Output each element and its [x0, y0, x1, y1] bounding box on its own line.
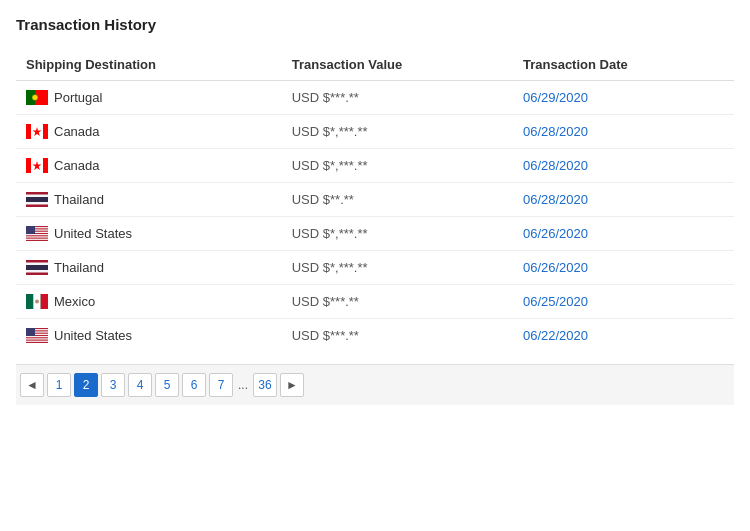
svg-rect-33: [26, 341, 48, 342]
country-name: Thailand: [54, 192, 104, 207]
destination-cell: Thailand: [16, 183, 282, 217]
page-title: Transaction History: [16, 16, 734, 33]
flag-us-icon: [26, 226, 48, 241]
svg-rect-31: [26, 336, 48, 337]
page-6-button[interactable]: 6: [182, 373, 206, 397]
table-row: PortugalUSD $***.**06/29/2020: [16, 81, 734, 115]
flag-th-icon: [26, 192, 48, 207]
flag-us-icon: [26, 328, 48, 343]
flag-ca-icon: [26, 158, 48, 173]
value-cell: USD $**.**: [282, 183, 513, 217]
svg-rect-34: [26, 328, 35, 336]
table-header-row: Shipping Destination Transaction Value T…: [16, 49, 734, 81]
next-page-button[interactable]: ►: [280, 373, 304, 397]
page-last-button[interactable]: 36: [253, 373, 277, 397]
date-cell: 06/28/2020: [513, 149, 734, 183]
table-row: ThailandUSD $*,***.**06/26/2020: [16, 251, 734, 285]
table-row: CanadaUSD $*,***.**06/28/2020: [16, 115, 734, 149]
col-date: Transaction Date: [513, 49, 734, 81]
destination-cell: Canada: [16, 149, 282, 183]
svg-point-2: [32, 95, 38, 101]
table-row: MexicoUSD $***.**06/25/2020: [16, 285, 734, 319]
table-row: CanadaUSD $*,***.**06/28/2020: [16, 149, 734, 183]
svg-point-26: [35, 300, 39, 304]
page-4-button[interactable]: 4: [128, 373, 152, 397]
svg-rect-22: [26, 265, 48, 270]
country-name: United States: [54, 226, 132, 241]
flag-mx-icon: [26, 294, 48, 309]
destination-cell: Canada: [16, 115, 282, 149]
svg-rect-16: [26, 234, 48, 235]
table-row: United StatesUSD $***.**06/22/2020: [16, 319, 734, 353]
date-cell: 06/25/2020: [513, 285, 734, 319]
value-cell: USD $*,***.**: [282, 251, 513, 285]
svg-rect-17: [26, 236, 48, 237]
date-cell: 06/28/2020: [513, 183, 734, 217]
date-cell: 06/26/2020: [513, 251, 734, 285]
svg-rect-18: [26, 239, 48, 240]
destination-cell: Mexico: [16, 285, 282, 319]
svg-rect-11: [26, 197, 48, 202]
destination-cell: Thailand: [16, 251, 282, 285]
value-cell: USD $*,***.**: [282, 149, 513, 183]
page-5-button[interactable]: 5: [155, 373, 179, 397]
svg-rect-25: [41, 294, 48, 309]
value-cell: USD $***.**: [282, 81, 513, 115]
flag-pt-icon: [26, 90, 48, 105]
destination-cell: United States: [16, 217, 282, 251]
value-cell: USD $***.**: [282, 285, 513, 319]
svg-rect-32: [26, 338, 48, 339]
country-name: Thailand: [54, 260, 104, 275]
page-1-button[interactable]: 1: [47, 373, 71, 397]
destination-cell: United States: [16, 319, 282, 353]
country-name: Mexico: [54, 294, 95, 309]
prev-page-button[interactable]: ◄: [20, 373, 44, 397]
col-destination: Shipping Destination: [16, 49, 282, 81]
date-cell: 06/26/2020: [513, 217, 734, 251]
country-name: Portugal: [54, 90, 102, 105]
svg-rect-19: [26, 226, 35, 234]
pagination: ◄ 1 2 3 4 5 6 7 ... 36 ►: [16, 364, 734, 405]
value-cell: USD $*,***.**: [282, 115, 513, 149]
page-2-button[interactable]: 2: [74, 373, 98, 397]
page-3-button[interactable]: 3: [101, 373, 125, 397]
flag-ca-icon: [26, 124, 48, 139]
page-dots: ...: [236, 378, 250, 392]
page-7-button[interactable]: 7: [209, 373, 233, 397]
flag-th-icon: [26, 260, 48, 275]
date-cell: 06/22/2020: [513, 319, 734, 353]
country-name: Canada: [54, 158, 100, 173]
value-cell: USD $***.**: [282, 319, 513, 353]
destination-cell: Portugal: [16, 81, 282, 115]
table-row: ThailandUSD $**.**06/28/2020: [16, 183, 734, 217]
value-cell: USD $*,***.**: [282, 217, 513, 251]
col-value: Transaction Value: [282, 49, 513, 81]
date-cell: 06/29/2020: [513, 81, 734, 115]
country-name: Canada: [54, 124, 100, 139]
table-row: United StatesUSD $*,***.**06/26/2020: [16, 217, 734, 251]
date-cell: 06/28/2020: [513, 115, 734, 149]
transaction-table: Shipping Destination Transaction Value T…: [16, 49, 734, 352]
country-name: United States: [54, 328, 132, 343]
